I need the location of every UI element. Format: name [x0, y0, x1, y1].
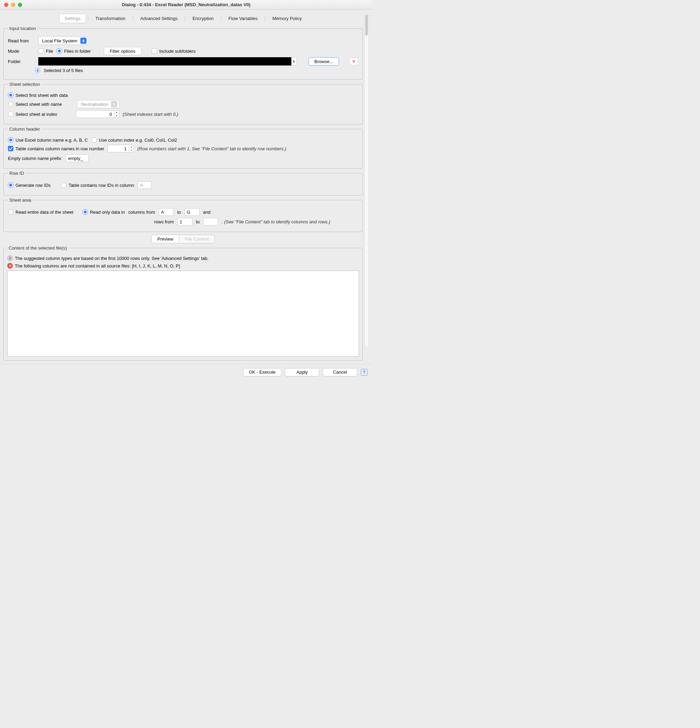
cancel-button[interactable]: Cancel	[323, 368, 357, 376]
radio-col-index[interactable]	[91, 137, 97, 143]
label-sheet-by-index: Select sheet at index	[16, 112, 57, 117]
help-icon[interactable]: ?	[361, 369, 367, 376]
info-icon: i	[35, 68, 40, 73]
radio-mode-folder[interactable]	[56, 48, 62, 54]
label-first-sheet: Select first sheet with data	[16, 93, 68, 98]
spinner-up-icon[interactable]: ▴	[129, 145, 133, 149]
empty-prefix-input[interactable]	[66, 155, 89, 162]
label-sheet-by-name: Select sheet with name	[16, 102, 62, 107]
label-folder: Folder	[8, 59, 35, 64]
folder-status-text: Selected 3 of 5 files	[44, 68, 83, 73]
sheet-name-value: Neutralisation	[81, 102, 108, 107]
label-generate-row-ids: Generate row IDs	[16, 183, 51, 188]
group-row-id: Row ID Generate row IDs Table contains r…	[3, 170, 363, 195]
checkbox-include-subfolders[interactable]	[152, 48, 157, 54]
label-mode-folder: Files in folder	[64, 49, 91, 54]
error-icon: ✕	[7, 263, 13, 269]
spinner-down-icon[interactable]: ▾	[129, 149, 133, 152]
label-cols-from: columns from	[128, 209, 155, 215]
radio-sheet-by-index[interactable]	[8, 111, 13, 117]
read-from-value: Local File System	[42, 38, 78, 43]
preview-data-area	[7, 271, 359, 357]
legend-sheet-area: Sheet area	[8, 198, 33, 203]
tab-transformation[interactable]: Transformation	[90, 14, 131, 23]
filter-options-button[interactable]: Filter options	[104, 47, 141, 55]
radio-read-partial[interactable]	[82, 209, 88, 215]
preview-error-text: The following columns are not contained …	[15, 263, 180, 269]
window-titlebar: Dialog - 0:434 - Excel Reader (MSD_Neutr…	[0, 0, 372, 10]
sheet-index-input[interactable]	[76, 111, 114, 117]
label-and: and	[203, 209, 211, 215]
tab-flow-variables[interactable]: Flow Variables	[223, 14, 263, 23]
browse-button[interactable]: Browse...	[309, 57, 339, 65]
dialog-footer: OK - Execute Apply Cancel ?	[0, 364, 372, 380]
cols-to-input[interactable]	[185, 208, 200, 216]
radio-row-ids-in-column[interactable]	[61, 182, 67, 188]
col-name-row-note: (Row numbers start with 1. See "File Con…	[137, 146, 286, 151]
vertical-scrollbar[interactable]	[364, 14, 369, 347]
label-rows-to: to	[196, 219, 200, 224]
label-read-entire: Read entire data of the sheet	[16, 209, 74, 215]
chevron-updown-icon	[111, 101, 117, 107]
apply-button[interactable]: Apply	[285, 368, 319, 376]
tab-memory-policy[interactable]: Memory Policy	[267, 14, 307, 23]
preview-tab-preview[interactable]: Preview	[151, 235, 179, 243]
label-read-partial: Read only data in	[90, 209, 125, 215]
label-mode-file: File	[46, 49, 53, 54]
sheet-index-spinner[interactable]: ▴▾	[76, 110, 119, 118]
cols-from-input[interactable]	[159, 208, 174, 216]
legend-row-id: Row ID	[8, 170, 26, 176]
checkbox-table-contains-col-names[interactable]	[8, 146, 13, 151]
label-row-ids-in-column: Table contains row IDs in column	[69, 183, 134, 188]
label-rows-from: rows from	[154, 219, 174, 224]
preview-tab-bar: Preview File Content	[3, 235, 363, 243]
info-icon: i	[7, 256, 13, 261]
flow-variable-icon[interactable]: V	[349, 58, 358, 65]
label-excel-col-name: Use Excel column name e.g. A, B, C	[16, 137, 88, 143]
radio-sheet-by-name[interactable]	[8, 101, 13, 107]
window-title: Dialog - 0:434 - Excel Reader (MSD_Neutr…	[0, 2, 372, 7]
sheet-name-combo[interactable]: Neutralisation	[77, 100, 120, 108]
read-from-combo[interactable]: Local File System	[38, 36, 89, 45]
radio-first-sheet[interactable]	[8, 92, 13, 98]
label-read-from: Read from	[8, 38, 35, 43]
tab-settings[interactable]: Settings	[59, 14, 86, 23]
ok-execute-button[interactable]: OK - Execute	[243, 368, 281, 376]
radio-read-entire[interactable]	[8, 209, 13, 215]
group-column-header: Column header Use Excel column name e.g.…	[3, 127, 363, 169]
radio-mode-file[interactable]	[38, 48, 44, 54]
label-mode: Mode	[8, 49, 35, 54]
tab-encryption[interactable]: Encryption	[187, 14, 218, 23]
spinner-down-icon[interactable]: ▾	[114, 114, 119, 117]
preview-info-text: The suggested column types are based on …	[15, 256, 208, 261]
tab-bar: Settings Transformation Advanced Setting…	[3, 14, 363, 23]
radio-excel-col-name[interactable]	[8, 137, 13, 143]
folder-dropdown-icon[interactable]	[291, 57, 297, 65]
row-id-column-input[interactable]	[137, 181, 151, 189]
label-empty-prefix: Empty column name prefix:	[8, 156, 62, 161]
scrollbar-thumb[interactable]	[365, 15, 368, 36]
label-include-subfolders: Include subfolders	[159, 49, 196, 54]
legend-preview-content: Content of the selected file(s)	[7, 246, 68, 251]
col-name-row-input[interactable]	[108, 145, 129, 152]
group-preview-content: Content of the selected file(s) i The su…	[3, 246, 363, 361]
radio-generate-row-ids[interactable]	[8, 182, 13, 188]
label-cols-to: to	[177, 209, 181, 215]
label-col-index: Use column index e.g. Col0, Col1, Col2	[99, 137, 177, 143]
rows-to-input[interactable]	[203, 218, 218, 225]
preview-tab-file-content[interactable]: File Content	[179, 235, 215, 243]
rows-note: . (See "File Content" tab to identify co…	[222, 219, 330, 224]
col-name-row-spinner[interactable]: ▴▾	[108, 145, 134, 152]
legend-input-location: Input location	[8, 26, 37, 31]
label-table-contains: Table contains column names in row numbe…	[16, 146, 104, 151]
group-sheet-area: Sheet area Read entire data of the sheet…	[3, 198, 363, 232]
chevron-updown-icon	[80, 38, 87, 44]
spinner-up-icon[interactable]: ▴	[114, 111, 119, 114]
tab-advanced-settings[interactable]: Advanced Settings	[135, 14, 183, 23]
sheet-index-note: (Sheet indexes start with 0.)	[123, 112, 178, 117]
group-input-location: Input location Read from Local File Syst…	[3, 26, 363, 79]
folder-path-input[interactable]	[38, 57, 291, 65]
legend-column-header: Column header	[8, 127, 41, 132]
group-sheet-selection: Sheet selection Select first sheet with …	[3, 82, 363, 124]
rows-from-input[interactable]	[177, 218, 192, 225]
